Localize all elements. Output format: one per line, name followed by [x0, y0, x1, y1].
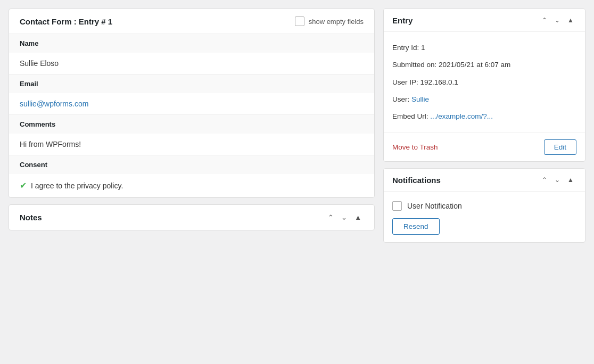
notes-sort-up-button[interactable]: ⌃: [326, 212, 336, 222]
entry-ip-row: User IP: 192.168.0.1: [392, 74, 576, 91]
show-empty-fields-container: show empty fields: [295, 16, 364, 26]
notifications-panel-controls: ⌃ ⌄ ▲: [539, 175, 576, 185]
consent-checkmark-icon: ✔: [20, 180, 27, 191]
notifications-panel: Notifications ⌃ ⌄ ▲ User Notification Re…: [383, 168, 585, 243]
entry-actions: Move to Trash Edit: [384, 133, 585, 161]
entry-embed-link[interactable]: .../example.com/?...: [430, 112, 493, 120]
notes-header: Notes ⌃ ⌄ ▲: [9, 205, 374, 230]
show-empty-fields-checkbox[interactable]: [295, 16, 304, 26]
entry-panel-arrow-button[interactable]: ▲: [565, 15, 576, 25]
user-notification-row: User Notification: [392, 199, 576, 218]
field-consent-label: Consent: [9, 155, 374, 174]
notifications-panel-body: User Notification Resend: [384, 192, 585, 242]
notes-sort-down-button[interactable]: ⌄: [339, 212, 349, 222]
field-name-section: Name Sullie Eloso: [9, 34, 374, 75]
edit-button[interactable]: Edit: [544, 139, 576, 155]
entry-panel-controls: ⌃ ⌄ ▲: [539, 15, 576, 25]
user-notification-label: User Notification: [407, 202, 462, 210]
consent-text: I agree to the privacy policy.: [31, 181, 123, 190]
notes-card: Notes ⌃ ⌄ ▲: [9, 204, 375, 230]
user-notification-checkbox[interactable]: [392, 201, 402, 211]
field-comments-section: Comments Hi from WPForms!: [9, 115, 374, 155]
right-column: Entry ⌃ ⌄ ▲ Entry Id: 1 Submitted on: 20…: [383, 9, 585, 355]
field-comments-value: Hi from WPForms!: [9, 134, 374, 155]
entry-panel-down-button[interactable]: ⌄: [552, 15, 563, 25]
entry-panel-header: Entry ⌃ ⌄ ▲: [384, 9, 585, 32]
entry-panel-body: Entry Id: 1 Submitted on: 2021/05/21 at …: [384, 32, 585, 133]
resend-button[interactable]: Resend: [392, 218, 440, 235]
entry-id-row: Entry Id: 1: [392, 39, 576, 56]
entry-embed-row: Embed Url: .../example.com/?...: [392, 108, 576, 125]
field-consent-value: ✔ I agree to the privacy policy.: [9, 174, 374, 197]
entry-embed-label: Embed Url:: [392, 112, 430, 120]
entry-panel-title: Entry: [392, 16, 412, 25]
entry-card: Contact Form : Entry # 1 show empty fiel…: [9, 9, 375, 198]
field-name-value: Sullie Eloso: [9, 53, 374, 74]
field-email-section: Email sullie@wpforms.com: [9, 75, 374, 115]
notifications-panel-arrow-button[interactable]: ▲: [565, 175, 576, 185]
notes-sort-arrow-button[interactable]: ▲: [352, 212, 364, 222]
notes-sort-controls: ⌃ ⌄ ▲: [326, 212, 364, 222]
entry-header: Contact Form : Entry # 1 show empty fiel…: [9, 9, 374, 34]
entry-user-row: User: Sullie: [392, 91, 576, 108]
entry-submitted-row: Submitted on: 2021/05/21 at 6:07 am: [392, 56, 576, 73]
notifications-panel-down-button[interactable]: ⌄: [552, 175, 563, 185]
field-comments-label: Comments: [9, 115, 374, 134]
entry-user-label: User:: [392, 95, 411, 103]
notifications-panel-up-button[interactable]: ⌃: [539, 175, 550, 185]
show-empty-fields-label: show empty fields: [309, 18, 364, 26]
move-to-trash-button[interactable]: Move to Trash: [392, 143, 438, 151]
email-link[interactable]: sullie@wpforms.com: [20, 100, 88, 108]
field-email-label: Email: [9, 75, 374, 93]
entry-title: Contact Form : Entry # 1: [20, 17, 112, 26]
entry-panel-up-button[interactable]: ⌃: [539, 15, 550, 25]
entry-panel: Entry ⌃ ⌄ ▲ Entry Id: 1 Submitted on: 20…: [383, 9, 585, 162]
field-name-label: Name: [9, 34, 374, 53]
left-column: Contact Form : Entry # 1 show empty fiel…: [9, 9, 375, 355]
notes-title: Notes: [20, 213, 42, 222]
field-consent-section: Consent ✔ I agree to the privacy policy.: [9, 155, 374, 197]
field-email-value: sullie@wpforms.com: [9, 93, 374, 114]
entry-user-link[interactable]: Sullie: [411, 95, 429, 103]
notifications-panel-title: Notifications: [392, 176, 441, 185]
notifications-panel-header: Notifications ⌃ ⌄ ▲: [384, 169, 585, 192]
